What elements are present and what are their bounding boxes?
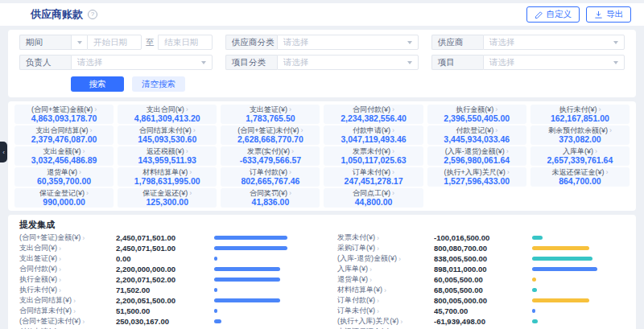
- metric-value: 145,093,530.60: [119, 134, 215, 144]
- metric-cell[interactable]: 合同付款(¥) › 2,234,382,556.40: [324, 105, 423, 124]
- metric-label: 发票未付(¥) ›: [325, 147, 421, 155]
- metric-cell[interactable]: 返还税额(¥) › 143,959,511.93: [118, 146, 217, 166]
- owner-select[interactable]: 请选择: [71, 55, 213, 70]
- chevron-right-icon: ›: [291, 147, 294, 155]
- summary-row[interactable]: 入库单(¥) › 898,011,000.00: [337, 264, 625, 274]
- metric-cell[interactable]: 发票(实付)(¥) › -633,479,566.57: [221, 146, 320, 166]
- export-button[interactable]: 导出: [586, 6, 631, 23]
- supplier-category-select[interactable]: 请选择: [277, 35, 419, 50]
- metric-cell[interactable]: 订单付款(¥) › 802,665,767.46: [221, 167, 320, 187]
- metric-cell[interactable]: (入库-退货)金额(¥) › 2,596,980,061.64: [427, 146, 526, 166]
- metric-cell[interactable]: 退货单(¥) › 60,359,700.00: [14, 167, 114, 187]
- clear-search-button[interactable]: 清空搜索: [132, 76, 185, 92]
- summary-row[interactable]: 材料结算单(¥) › 68,005,500.00: [337, 285, 625, 295]
- metric-cell[interactable]: 合同点工(¥) › 44,800.00: [324, 188, 423, 208]
- metric-cell[interactable]: 未返还保证金(¥) › 864,700.00: [530, 167, 630, 187]
- metric-cell[interactable]: 入库单(¥) › 2,657,339,761.64: [530, 146, 630, 166]
- end-date-input[interactable]: 结束日期: [158, 35, 213, 50]
- project-category-select[interactable]: 请选择: [277, 55, 419, 70]
- metric-label-text: 执行未付(¥): [559, 105, 597, 113]
- metric-value: 4,863,093,178.70: [16, 113, 112, 123]
- summary-row[interactable]: 订单付款(¥) › 800,005,000.00: [337, 295, 625, 306]
- summary-columns: (合同+签证)金额(¥) › 2,450,071,501.00 支出合同(¥) …: [19, 232, 625, 329]
- metric-cell[interactable]: (执行+入库)关尺(¥) › 1,527,596,433.00: [427, 167, 526, 187]
- metric-value: 1,798,631,995.00: [119, 176, 215, 186]
- summary-row-label: 执行金额(¥) ›: [19, 274, 116, 285]
- metric-cell[interactable]: 发票未付(¥) › 1,050,117,025.63: [324, 146, 423, 166]
- summary-row-value: -61,939,498.00: [434, 317, 532, 326]
- customize-button[interactable]: 自定义: [526, 6, 580, 23]
- chevron-right-icon: ›: [59, 265, 61, 273]
- summary-row-bar-track: [532, 288, 625, 292]
- summary-row[interactable]: 采购订单(¥) › 800,080,700.00: [337, 243, 625, 253]
- start-date-input[interactable]: 开始日期: [87, 35, 142, 50]
- period-unit-select[interactable]: [71, 35, 87, 50]
- metric-value: 44,800.00: [325, 197, 421, 207]
- metric-cell[interactable]: 订单未付(¥) › 247,451,278.17: [324, 167, 423, 187]
- chevron-right-icon: ›: [189, 189, 192, 197]
- summary-row[interactable]: 合同结算未付(¥) › 51,500.00: [19, 306, 307, 316]
- supplier-select[interactable]: 请选择: [483, 35, 625, 50]
- metric-cell[interactable]: 保证金返还(¥) › 125,300.00: [118, 188, 217, 208]
- summary-row[interactable]: 支出签证(¥) › 0.00: [19, 253, 307, 264]
- metric-cell[interactable]: 剩余预付款余额(¥) › 373,082.00: [530, 125, 630, 145]
- metric-value: 2,628,668,770.70: [222, 134, 318, 144]
- metric-cell[interactable]: 付款登记(¥) › 3,445,934,033.46: [427, 125, 526, 145]
- search-button[interactable]: 搜索: [71, 76, 124, 92]
- metric-label: 支出金额(¥) ›: [16, 147, 112, 155]
- metric-cell[interactable]: 材料结算单(¥) › 1,798,631,995.00: [118, 167, 217, 187]
- chevron-right-icon: ›: [506, 147, 509, 155]
- filter-supplier-category: 供应商分类 请选择: [225, 35, 419, 50]
- summary-row[interactable]: (执行+入库)关尺(¥) › -61,939,498.00: [337, 316, 625, 327]
- metric-cell[interactable]: 执行金额(¥) › 2,396,550,405.00: [427, 105, 526, 124]
- metric-label-text: 返还税额(¥): [147, 147, 184, 155]
- summary-row-label-text: 订单付款(¥): [337, 295, 375, 306]
- summary-row-label-text: 退货单(¥): [337, 274, 368, 285]
- chevron-down-icon: [407, 41, 412, 44]
- help-icon[interactable]: ?: [88, 10, 97, 19]
- metric-label: (执行+入库)关尺(¥) ›: [429, 168, 525, 176]
- summary-row-bar-track: [532, 257, 625, 261]
- page-title: 供应商账款: [31, 7, 83, 22]
- summary-row[interactable]: (合同+签证)金额(¥) › 2,450,071,501.00: [19, 232, 307, 243]
- sidebar-toggle[interactable]: ‹: [0, 142, 7, 162]
- metric-label-text: 入库单(¥): [563, 147, 593, 155]
- summary-row[interactable]: (入库-退货)金额(¥) › 838,005,500.00: [337, 253, 625, 264]
- chevron-right-icon: ›: [392, 126, 394, 134]
- summary-row[interactable]: 发票未付(¥) › -100,016,500.00: [337, 232, 625, 243]
- metric-label-text: 执行金额(¥): [456, 105, 493, 113]
- summary-row-label-text: 合同结算未付(¥): [19, 306, 72, 316]
- summary-row[interactable]: 订单未付(¥) › 45,700.00: [337, 306, 625, 316]
- metric-value: 1,527,596,433.00: [429, 176, 525, 186]
- project-label: 项目: [431, 55, 483, 70]
- edit-icon: [535, 10, 543, 19]
- metric-value: 2,379,476,087.00: [16, 134, 112, 144]
- metric-cell[interactable]: 付款申请(¥) › 3,047,119,493.46: [324, 125, 423, 145]
- summary-row[interactable]: 支出合同(¥) › 2,450,071,501.00: [19, 243, 307, 253]
- chevron-right-icon: ›: [94, 105, 97, 113]
- summary-row[interactable]: 支出合同结算(¥) › 2,200,051,500.00: [19, 295, 307, 306]
- project-select[interactable]: 请选择: [483, 55, 625, 70]
- metric-cell[interactable]: 执行未付(¥) › 162,167,851.00: [530, 105, 630, 124]
- metric-label: 合同结算未付(¥) ›: [119, 126, 215, 134]
- summary-row[interactable]: (合同+签证)未付(¥) › 250,030,167.00: [19, 316, 307, 327]
- metric-cell[interactable]: 支出合同(¥) › 4,861,309,413.20: [118, 105, 217, 124]
- chevron-right-icon: ›: [384, 286, 386, 294]
- metric-cell[interactable]: 保证金登记(¥) › 990,000.00: [14, 188, 114, 208]
- summary-row[interactable]: 退货单(¥) › 60,005,500.00: [337, 274, 625, 285]
- summary-row-bar-track: [532, 267, 625, 271]
- metric-cell[interactable]: 合同结算未付(¥) › 145,093,530.60: [118, 125, 217, 145]
- summary-row-label-text: 支出合同结算(¥): [19, 295, 72, 306]
- summary-row[interactable]: 执行金额(¥) › 2,200,071,502.00: [19, 274, 307, 285]
- filter-period: 期间 开始日期 至 结束日期: [19, 35, 213, 50]
- metric-cell[interactable]: 支出签证(¥) › 1,783,765.50: [221, 105, 320, 124]
- metric-cell[interactable]: (合同+签证)金额(¥) › 4,863,093,178.70: [14, 105, 114, 124]
- metric-cell[interactable]: 支出合同结算(¥) › 2,379,476,087.00: [14, 125, 114, 145]
- summary-row[interactable]: 合同付款(¥) › 2,200,000,000.00: [19, 264, 307, 274]
- summary-row-bar: [214, 288, 217, 292]
- summary-row[interactable]: 执行未付(¥) › 71,502.00: [19, 285, 307, 295]
- metric-cell[interactable]: (合同+签证)未付(¥) › 2,628,668,770.70: [221, 125, 320, 145]
- metric-value: 162,167,851.00: [532, 113, 628, 123]
- metric-cell[interactable]: 支出金额(¥) › 3,032,456,486.89: [14, 146, 114, 166]
- metric-cell[interactable]: 合同奖罚(¥) › 41,836.00: [221, 188, 320, 208]
